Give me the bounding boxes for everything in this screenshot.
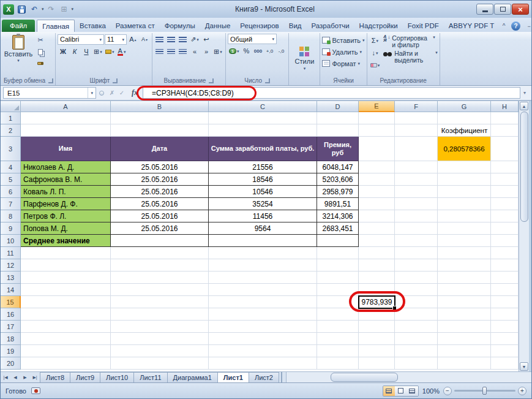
cells-region[interactable]: [21, 345, 519, 357]
format-cells-button[interactable]: Формат ▾: [322, 58, 364, 69]
dialog-launcher-icon[interactable]: [265, 78, 270, 83]
column-header-a[interactable]: A: [21, 101, 111, 112]
next-sheet-icon[interactable]: ▶: [20, 372, 30, 382]
tab-addins[interactable]: Надстройки: [354, 20, 403, 32]
align-right-button[interactable]: [178, 46, 189, 57]
name-box[interactable]: E15 ▾: [3, 87, 96, 99]
percent-format-button[interactable]: %: [241, 45, 252, 56]
row-header[interactable]: 12: [1, 259, 21, 272]
cell-date[interactable]: 25.05.2016: [111, 161, 209, 173]
vertical-scrollbar[interactable]: ▲ ▼: [519, 101, 529, 371]
cell-salary[interactable]: 18546: [209, 173, 317, 186]
format-painter-button[interactable]: [34, 58, 47, 69]
cells-region[interactable]: [21, 284, 519, 296]
cell[interactable]: [359, 186, 395, 198]
underline-button[interactable]: Ч: [81, 46, 92, 57]
font-size-select[interactable]: 11▾: [105, 34, 127, 45]
cell[interactable]: [111, 235, 209, 247]
column-header-f[interactable]: F: [395, 101, 438, 112]
row-header[interactable]: 14: [1, 284, 21, 296]
cell[interactable]: [438, 198, 491, 210]
cell-date[interactable]: 25.05.2016: [111, 222, 209, 235]
first-sheet-icon[interactable]: |◀: [1, 372, 10, 382]
decrease-decimal-button[interactable]: -,0: [275, 45, 287, 56]
dialog-launcher-icon[interactable]: [48, 78, 53, 83]
sheet-tab-list2[interactable]: Лист2: [249, 372, 279, 382]
wrap-text-button[interactable]: ↩: [201, 34, 212, 45]
tab-review[interactable]: Рецензиров: [235, 20, 283, 32]
cell[interactable]: [438, 161, 491, 173]
cells-region[interactable]: [21, 333, 519, 345]
zoom-track[interactable]: [454, 390, 515, 392]
cell[interactable]: [359, 235, 395, 247]
cell[interactable]: [359, 210, 395, 222]
row-header[interactable]: 10: [1, 235, 21, 247]
expand-formula-bar-icon[interactable]: ▾: [520, 90, 529, 96]
align-center-button[interactable]: [166, 46, 177, 57]
sheet-tab-list8[interactable]: Лист8: [40, 372, 70, 382]
row-header[interactable]: 11: [1, 247, 21, 259]
close-button[interactable]: ×: [512, 4, 529, 15]
cell-name[interactable]: Попова М. Д.: [21, 222, 111, 235]
name-box-handle[interactable]: [99, 91, 104, 96]
paste-button[interactable]: Вставить ▾: [4, 34, 33, 69]
borders-button[interactable]: ⊞▾: [92, 46, 103, 57]
sort-filter-button[interactable]: АЯ↓ Сортировка и фильтр ▾: [383, 35, 438, 48]
cell[interactable]: [491, 137, 519, 161]
cell[interactable]: [491, 222, 519, 235]
vertical-scroll-thumb[interactable]: [520, 112, 528, 222]
zoom-in-icon[interactable]: +: [518, 387, 526, 395]
autosum-button[interactable]: Σ▾: [369, 35, 381, 46]
cell-premium[interactable]: 2683,451: [317, 222, 359, 235]
cell-name[interactable]: Парфенов Д. Ф.: [21, 198, 111, 210]
last-sheet-icon[interactable]: ▶|: [30, 372, 40, 382]
cells-region[interactable]: [21, 357, 519, 370]
cell[interactable]: [395, 161, 438, 173]
row-header[interactable]: 7: [1, 198, 21, 210]
column-header-d[interactable]: D: [317, 101, 359, 112]
help-icon[interactable]: ?: [511, 21, 520, 31]
confirm-entry-icon[interactable]: ✓: [117, 88, 127, 99]
cell-name[interactable]: Петров Ф. Л.: [21, 210, 111, 222]
copy-button[interactable]: [34, 47, 47, 57]
insert-cells-button[interactable]: Вставить ▾: [322, 35, 364, 45]
find-select-button[interactable]: Найти и выделить ▾: [383, 50, 438, 64]
prev-sheet-icon[interactable]: ◀: [10, 372, 20, 382]
cell[interactable]: [317, 235, 359, 247]
cell-salary[interactable]: 35254: [209, 198, 317, 210]
row-header[interactable]: 13: [1, 272, 21, 284]
align-left-button[interactable]: [154, 46, 165, 57]
font-color-button[interactable]: А▾: [116, 46, 127, 57]
cell[interactable]: [359, 137, 395, 161]
scroll-down-icon[interactable]: ▼: [520, 362, 528, 371]
cell-salary[interactable]: 21556: [209, 161, 317, 173]
select-all-corner[interactable]: [1, 101, 21, 112]
cell-coefficient-value[interactable]: 0,280578366: [438, 137, 491, 161]
increase-font-button[interactable]: А▴: [127, 34, 138, 45]
qat-grid-button[interactable]: ⊞: [59, 4, 70, 15]
sheet-tab-list1[interactable]: Лист1: [217, 372, 249, 382]
increase-decimal-button[interactable]: +,0: [264, 45, 275, 56]
cell-date[interactable]: 25.05.2016: [111, 173, 209, 186]
number-format-select[interactable]: Общий▾: [228, 34, 277, 44]
dialog-launcher-icon[interactable]: [209, 78, 214, 83]
page-break-view-button[interactable]: [406, 386, 418, 396]
tab-file[interactable]: Файл: [2, 20, 35, 32]
sheet-tab-diagram1[interactable]: Диаграмма1: [167, 372, 218, 382]
tab-page-layout[interactable]: Разметка ст: [111, 20, 160, 32]
cell-name[interactable]: Коваль Л. П.: [21, 186, 111, 198]
cells-region[interactable]: [21, 308, 519, 321]
normal-view-button[interactable]: [383, 386, 395, 396]
styles-button[interactable]: Стили ▾: [291, 34, 318, 85]
cell[interactable]: [438, 173, 491, 186]
cell-premium[interactable]: 6048,147: [317, 161, 359, 173]
tab-foxit-pdf[interactable]: Foxit PDF: [403, 20, 444, 32]
row-header[interactable]: 9: [1, 222, 21, 235]
cell-salary[interactable]: 9564: [209, 222, 317, 235]
row-header[interactable]: 2: [1, 124, 21, 137]
cell[interactable]: [395, 210, 438, 222]
cell[interactable]: [395, 222, 438, 235]
comma-format-button[interactable]: 000: [252, 45, 263, 56]
row-header[interactable]: 20: [1, 357, 21, 370]
selected-cell-e15[interactable]: 9783,939: [358, 295, 395, 309]
